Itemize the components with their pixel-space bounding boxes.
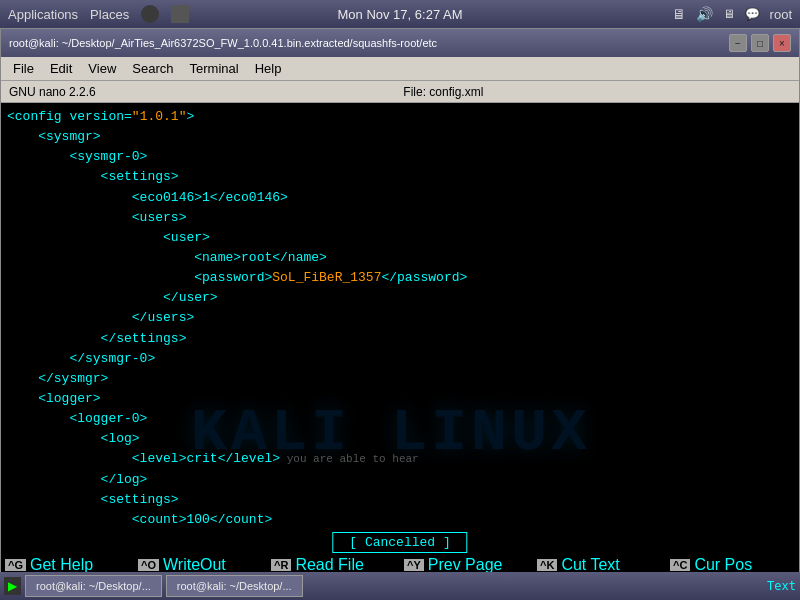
xml-line-15: <logger> (7, 389, 793, 409)
xml-line-14: </sysmgr> (7, 369, 793, 389)
nano-filename: File: config.xml (403, 85, 483, 99)
shortcut-label-writeout: WriteOut (163, 556, 226, 574)
title-bar-buttons: − □ × (729, 34, 791, 52)
xml-line-17: <log> (7, 429, 793, 449)
system-bar: Applications Places Mon Nov 17, 6:27 AM … (0, 0, 800, 28)
shortcut-key-o: ^O (138, 559, 159, 571)
user-label: root (770, 7, 792, 22)
display-icon: 🖥 (723, 7, 735, 21)
menu-bar: File Edit View Search Terminal Help (1, 57, 799, 81)
xml-line-1: <config version="1.0.1"> (7, 107, 793, 127)
menu-search[interactable]: Search (124, 59, 181, 78)
shortcut-key-c: ^C (670, 559, 690, 571)
shortcut-key-y: ^Y (404, 559, 424, 571)
shortcut-label-read-file: Read File (295, 556, 363, 574)
xml-line-19: </log> (7, 470, 793, 490)
taskbar: ▶ root@kali: ~/Desktop/... root@kali: ~/… (0, 572, 800, 600)
taskbar-item-1[interactable]: root@kali: ~/Desktop/... (25, 575, 162, 597)
xml-line-18: <level>crit</level> you are able to hear (7, 449, 793, 469)
shortcut-label-cut-text: Cut Text (561, 556, 619, 574)
datetime-display: Mon Nov 17, 6:27 AM (337, 7, 462, 22)
menu-terminal[interactable]: Terminal (182, 59, 247, 78)
menu-view[interactable]: View (80, 59, 124, 78)
editor-area[interactable]: KALI LINUX <config version="1.0.1"> <sys… (1, 103, 799, 553)
shortcut-key-g: ^G (5, 559, 26, 571)
terminal-icon (171, 5, 189, 23)
xml-line-7: <user> (7, 228, 793, 248)
xml-line-21: <count>100</count> (7, 510, 793, 530)
shortcut-label-cur-pos: Cur Pos (694, 556, 752, 574)
terminal-icon-taskbar: ▶ (4, 577, 21, 595)
xml-line-10: </user> (7, 288, 793, 308)
cancelled-notification: [ Cancelled ] (332, 532, 467, 553)
close-button[interactable]: × (773, 34, 791, 52)
xml-line-2: <sysmgr> (7, 127, 793, 147)
xml-line-5: <eco0146>1</eco0146> (7, 188, 793, 208)
menu-edit[interactable]: Edit (42, 59, 80, 78)
kali-icon (141, 5, 159, 23)
minimize-button[interactable]: − (729, 34, 747, 52)
network-icon: 🖥 (672, 6, 686, 22)
xml-line-6: <users> (7, 208, 793, 228)
nano-version: GNU nano 2.2.6 (9, 85, 96, 99)
xml-line-8: <name>root</name> (7, 248, 793, 268)
system-bar-right: 🖥 🔊 🖥 💬 root (672, 6, 792, 22)
xml-line-16: <logger-0> (7, 409, 793, 429)
xml-line-12: </settings> (7, 329, 793, 349)
maximize-button[interactable]: □ (751, 34, 769, 52)
menu-file[interactable]: File (5, 59, 42, 78)
system-bar-left: Applications Places (8, 5, 189, 23)
xml-line-20: <settings> (7, 490, 793, 510)
volume-icon: 🔊 (696, 6, 713, 22)
xml-line-3: <sysmgr-0> (7, 147, 793, 167)
window-title: root@kali: ~/Desktop/_AirTies_Air6372SO_… (9, 37, 437, 49)
nano-window: root@kali: ~/Desktop/_AirTies_Air6372SO_… (0, 28, 800, 600)
xml-line-4: <settings> (7, 167, 793, 187)
menu-help[interactable]: Help (247, 59, 290, 78)
shortcut-label-prev-page: Prev Page (428, 556, 503, 574)
chat-icon: 💬 (745, 7, 760, 21)
shortcut-key-r: ^R (271, 559, 291, 571)
xml-line-11: </users> (7, 308, 793, 328)
nano-status-bar: GNU nano 2.2.6 File: config.xml (1, 81, 799, 103)
applications-menu[interactable]: Applications (8, 7, 78, 22)
xml-line-9: <password>SoL_FiBeR_1357</password> (7, 268, 793, 288)
places-menu[interactable]: Places (90, 7, 129, 22)
taskbar-item-2[interactable]: root@kali: ~/Desktop/... (166, 575, 303, 597)
xml-line-13: </sysmgr-0> (7, 349, 793, 369)
shortcut-label-get-help: Get Help (30, 556, 93, 574)
text-label: Text (767, 579, 796, 593)
shortcut-key-k: ^K (537, 559, 557, 571)
title-bar: root@kali: ~/Desktop/_AirTies_Air6372SO_… (1, 29, 799, 57)
